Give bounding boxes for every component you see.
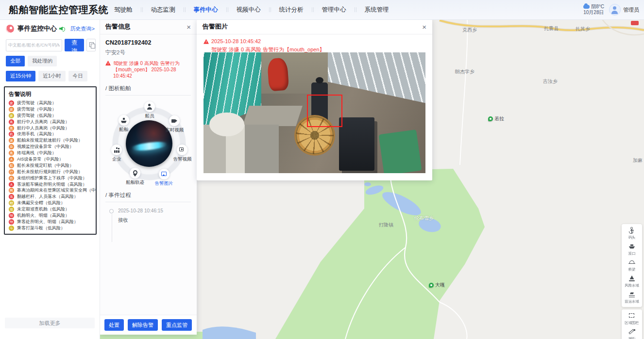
alert-action-button[interactable]: 解除告警 — [128, 319, 158, 331]
map-tool[interactable]: 风险水域 — [623, 274, 641, 289]
avatar — [609, 4, 621, 16]
alarm-legend-item: 离 终端离线（中风险） — [9, 150, 96, 156]
close-icon[interactable]: × — [186, 23, 191, 31]
map-tool-label: 桥梁 — [628, 267, 636, 272]
map-poi-marker[interactable]: 若拉 — [488, 115, 504, 122]
alarm-label: 乘客打架斗殴（低风险） — [17, 225, 65, 231]
map-tool-label: 测距 — [628, 336, 636, 339]
alert-code: CN20187192402 — [105, 39, 191, 46]
alarm-badge-icon: 明 — [9, 219, 14, 225]
alert-action-button[interactable]: 重点监管 — [162, 319, 192, 331]
load-more-button[interactable]: 加载更多 — [5, 318, 95, 328]
alarm-label: 船舶未按规定航速航行（中风险） — [17, 137, 83, 144]
scope-filter-chip[interactable]: 我处理的 — [28, 56, 57, 66]
map-tool[interactable]: 渡运水域 — [623, 291, 641, 305]
top-bar: 船舶智能监控管理系统 驾驶舱 动态监测 事件中心 视 — [0, 0, 644, 20]
timeline-dot — [109, 209, 114, 213]
ship-name: 宁安2号 — [105, 49, 191, 56]
weather-date: 10月28日 — [583, 10, 604, 16]
user-menu[interactable]: 管理员 — [609, 4, 639, 16]
map-poi-marker[interactable]: 大嘎 — [429, 282, 445, 289]
speaker-icon[interactable] — [59, 26, 66, 32]
warning-triangle-icon — [203, 39, 209, 44]
alert-image-title: 告警图片 — [203, 22, 228, 31]
map-tool-icon — [628, 227, 635, 234]
diagram-node[interactable]: 告警图片 — [151, 169, 177, 187]
map-toolbar: 码头 渡口 桥梁 风险水域 — [622, 224, 642, 339]
alert-image-time: 2025-10-28 10:45:42 — [211, 38, 261, 44]
alarm-legend-title: 告警说明 — [9, 91, 96, 98]
map-road-west — [460, 19, 467, 165]
alarm-legend-item: 航 船长未按规定盯航（中风险） — [9, 162, 96, 169]
photo-console — [242, 106, 302, 126]
nav-item[interactable]: 系统管理 — [363, 6, 391, 14]
alarm-label: 客滚船车辆处所明火明烟（高风险） — [17, 181, 87, 188]
map-place-label: 打隆镇 — [379, 222, 393, 228]
photo-machinery — [339, 117, 374, 171]
diagram-node[interactable]: 实时视频 — [161, 115, 187, 133]
search-input[interactable] — [6, 39, 62, 51]
alert-warning-text: 驾驶室 涉嫌 0 高风险 告警行为【mouth_open】 2025-10-28… — [113, 60, 191, 79]
map-place-label: 扎其乡 — [576, 26, 590, 32]
query-button[interactable]: 查询 — [65, 39, 84, 51]
nav-separator — [226, 7, 227, 12]
alert-info-title: 告警信息 — [105, 22, 131, 31]
sidebar-title: 事件监控中心 — [17, 24, 57, 33]
alarm-badge-icon: 落 — [9, 194, 14, 199]
time-filter-chip[interactable]: 近15分钟 — [6, 71, 35, 81]
alarm-badge-icon: 离 — [9, 119, 14, 125]
diagram-node-label: 告警图片 — [151, 180, 177, 187]
alarm-label: 航行中人员离岗（高风险） — [17, 119, 69, 125]
nav-item[interactable]: 管理中心 — [320, 6, 363, 14]
time-filter-chip[interactable]: 近1小时 — [38, 71, 65, 81]
diagram-node[interactable]: 船舶 — [111, 115, 137, 133]
alarm-label: 航行中人员离岗（中风险） — [17, 125, 69, 131]
nav-item[interactable]: 驾驶舱 — [112, 6, 149, 14]
diagram-node-icon — [132, 170, 138, 176]
close-icon[interactable]: × — [422, 23, 426, 31]
photo-green-tarp — [378, 129, 422, 173]
scope-filter-chip[interactable]: 全部 — [6, 56, 25, 66]
map-tool[interactable]: 渡口 — [623, 242, 641, 257]
diagram-node[interactable]: 船舶轨迹 — [122, 168, 148, 186]
diagram-node[interactable]: 告警视频 — [169, 145, 195, 162]
alarm-legend-item: 疲 疲劳驾驶（高风险） — [9, 100, 96, 106]
alarm-legend-item: 网 靠离泊期间未在登乘区域安装安全网（中风险） — [9, 187, 96, 194]
alert-photo[interactable] — [203, 52, 425, 173]
map-tool[interactable]: 区域围栏 — [623, 312, 641, 326]
photo-red-jacket — [267, 58, 289, 92]
nav-item[interactable]: 视频中心 — [235, 6, 277, 14]
alarm-badge-icon: 疲 — [9, 100, 14, 106]
diagram-node[interactable]: 船员 — [136, 101, 163, 119]
nav-item[interactable]: 动态监测 — [149, 6, 192, 14]
alarm-badge-icon: 离 — [9, 126, 14, 131]
alarm-badge-icon: 行 — [9, 169, 14, 175]
map-tool[interactable]: 码头 — [623, 226, 641, 241]
map-tool-icon — [628, 291, 635, 298]
copy-icon[interactable] — [86, 39, 96, 51]
alarm-badge-icon: 离 — [9, 150, 14, 156]
alarm-badge-icon: 帽 — [9, 200, 14, 206]
alarm-legend-item: 异 视频监控设备异常（中风险） — [9, 144, 96, 150]
map-green-region — [275, 169, 485, 339]
alert-action-button[interactable]: 处置 — [104, 319, 124, 331]
diagram-node[interactable]: 企业 — [103, 145, 130, 162]
time-filter-chip[interactable]: 今日 — [68, 71, 87, 81]
diagram-node-icon — [171, 118, 177, 124]
alarm-legend-item: 斗 乘客打架斗殴（低风险） — [9, 225, 96, 231]
map-place-label: 克西乡 — [462, 27, 477, 33]
alarm-label: 使用手机（高风险） — [17, 131, 56, 137]
alarm-label: 未定期巡查机舱（低风险） — [17, 206, 69, 212]
photo-crates — [203, 125, 279, 173]
map-tool[interactable]: 测距 — [623, 328, 641, 339]
nav-separator — [269, 7, 270, 12]
map-tool[interactable]: 桥梁 — [623, 258, 641, 273]
route-badge — [631, 21, 639, 25]
event-monitor-sidebar: 事件监控中心 历史查询> 查询 全部 我处理的 近15分钟 近1小时 今日 — [0, 19, 100, 339]
alarm-label: AIS设备异常（中风险） — [17, 156, 64, 162]
nav-item[interactable]: 统计分析 — [277, 6, 320, 14]
history-query-link[interactable]: 历史查询> — [70, 25, 95, 32]
alarm-label: 疲劳驾驶（高风险） — [17, 100, 56, 106]
diagram-node-icon — [179, 147, 185, 153]
nav-item[interactable]: 事件中心 — [192, 6, 235, 14]
